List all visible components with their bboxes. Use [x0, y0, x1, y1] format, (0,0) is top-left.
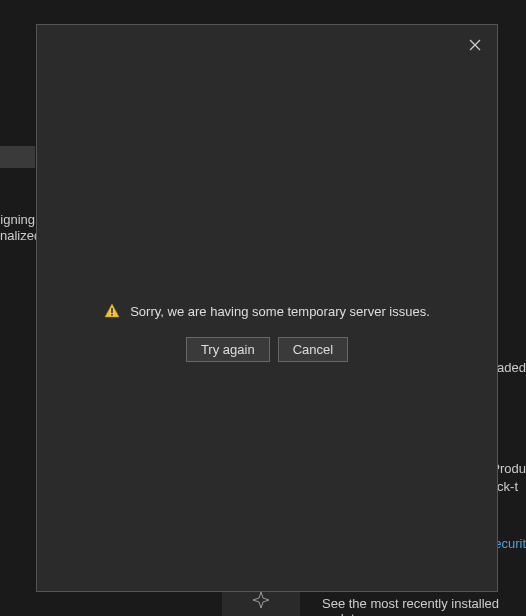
close-icon	[469, 39, 481, 51]
svg-rect-2	[111, 308, 113, 313]
background-signing-text: igning nalized	[0, 212, 35, 244]
background-updates-text: See the most recently installed updates	[322, 596, 526, 616]
background-tab	[0, 146, 35, 168]
sparkle-icon	[247, 590, 275, 610]
svg-rect-3	[111, 314, 113, 316]
modal-buttons: Try again Cancel	[186, 337, 348, 362]
error-message-row: Sorry, we are having some temporary serv…	[104, 303, 430, 319]
close-button[interactable]	[463, 33, 487, 57]
error-message: Sorry, we are having some temporary serv…	[130, 304, 430, 319]
whats-new-tile[interactable]	[222, 588, 300, 616]
cancel-button[interactable]: Cancel	[278, 337, 348, 362]
try-again-button[interactable]: Try again	[186, 337, 270, 362]
modal-content: Sorry, we are having some temporary serv…	[37, 303, 497, 362]
warning-icon	[104, 303, 120, 319]
background-security-link[interactable]: ecurit	[494, 536, 526, 551]
error-modal: Sorry, we are having some temporary serv…	[36, 24, 498, 592]
